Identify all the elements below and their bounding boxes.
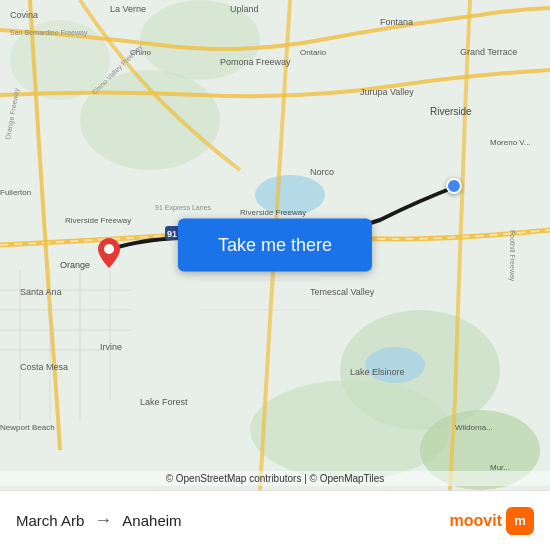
moovit-logo-text: moovit xyxy=(450,512,502,530)
route-info: March Arb → Anaheim xyxy=(16,510,450,531)
svg-text:Santa Ana: Santa Ana xyxy=(20,287,62,297)
svg-point-8 xyxy=(365,347,425,383)
svg-text:91: 91 xyxy=(167,229,177,239)
svg-text:Covina: Covina xyxy=(10,10,38,20)
svg-text:Temescal Valley: Temescal Valley xyxy=(310,287,375,297)
svg-text:Costa Mesa: Costa Mesa xyxy=(20,362,68,372)
svg-text:Foothill Freeway: Foothill Freeway xyxy=(508,230,516,282)
from-label: March Arb xyxy=(16,512,84,529)
moovit-icon: m xyxy=(506,507,534,535)
svg-text:Ontario: Ontario xyxy=(300,48,327,57)
svg-text:Orange: Orange xyxy=(60,260,90,270)
to-label: Anaheim xyxy=(122,512,181,529)
svg-text:Fullerton: Fullerton xyxy=(0,188,31,197)
arrow-icon: → xyxy=(94,510,112,531)
origin-marker xyxy=(98,238,120,272)
svg-text:Riverside Freeway: Riverside Freeway xyxy=(65,216,131,225)
svg-text:Upland: Upland xyxy=(230,4,259,14)
svg-text:Lake Elsinore: Lake Elsinore xyxy=(350,367,405,377)
map-container: Covina La Verne Upland Fontana Grand Ter… xyxy=(0,0,550,490)
svg-text:Grand Terrace: Grand Terrace xyxy=(460,47,517,57)
svg-text:Pomona Freeway: Pomona Freeway xyxy=(220,57,291,67)
svg-point-2 xyxy=(250,380,450,480)
svg-text:Wildoma...: Wildoma... xyxy=(455,423,493,432)
destination-marker xyxy=(446,178,462,194)
svg-point-51 xyxy=(104,244,114,254)
svg-text:Norco: Norco xyxy=(310,167,334,177)
svg-text:Riverside: Riverside xyxy=(430,106,472,117)
bottom-bar: March Arb → Anaheim moovit m xyxy=(0,490,550,550)
map-attribution: © OpenStreetMap contributors | © OpenMap… xyxy=(0,471,550,486)
svg-text:San Bernardino Freeway: San Bernardino Freeway xyxy=(10,29,88,37)
svg-text:Newport Beach: Newport Beach xyxy=(0,423,55,432)
svg-text:Riverside Freeway: Riverside Freeway xyxy=(240,208,306,217)
svg-text:Moreno V...: Moreno V... xyxy=(490,138,531,147)
svg-text:Jurupa Valley: Jurupa Valley xyxy=(360,87,414,97)
svg-text:La Verne: La Verne xyxy=(110,4,146,14)
take-me-there-button[interactable]: Take me there xyxy=(178,219,372,272)
svg-text:91 Express Lanes: 91 Express Lanes xyxy=(155,204,212,212)
svg-text:Lake Forest: Lake Forest xyxy=(140,397,188,407)
svg-text:Fontana: Fontana xyxy=(380,17,413,27)
svg-text:Irvine: Irvine xyxy=(100,342,122,352)
moovit-logo: moovit m xyxy=(450,507,534,535)
